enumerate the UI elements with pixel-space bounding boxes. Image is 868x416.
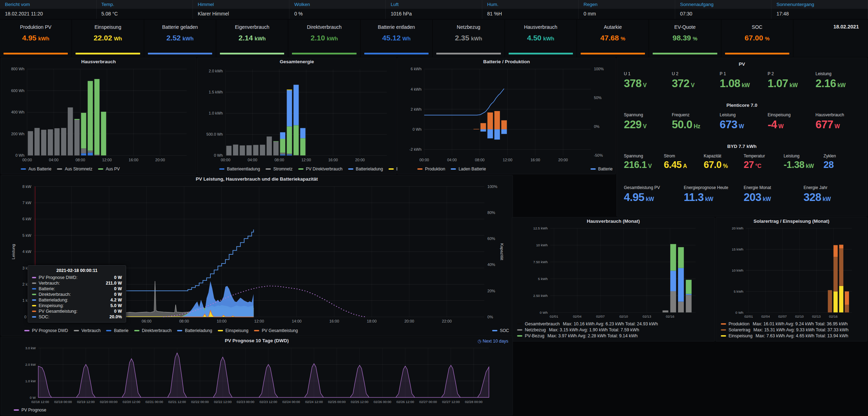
stat-value: 372V [672,77,719,90]
legend-item-netzbezug[interactable]: NetzbezugMax: 3.15 kWh Avg: 1.90 kWh Tot… [517,327,639,332]
weather-header-sonnenuntergang[interactable]: Sonnenuntergang [771,0,868,9]
legend-swatch [590,168,596,170]
tooltip-row-direktverbrauch: Direktverbrauch:0 W [32,292,122,297]
legend-item-pv-direktverbrauch[interactable]: PV Direktverbrauch [298,167,342,171]
tooltip-row-pv-gesamtleistung: PV Gesamtleistung:0 W [32,308,122,314]
pv-prognose-chart[interactable]: 02/18 12:0002/19 00:0002/19 12:0002/20 0… [1,345,513,407]
legend-item-batterie[interactable]: Batterie [590,167,613,171]
stat-value: 4.95kWh [22,34,50,42]
svg-text:02/21 00:00: 02/21 00:00 [145,400,163,404]
legend-item-aus-stromnetz[interactable]: Aus Stromnetz [57,167,92,171]
weather-header-luft[interactable]: Luft [386,0,482,9]
svg-text:0 Wh: 0 Wh [214,153,223,157]
stat-zyklen: Zyklen 28 [823,154,863,170]
legend-label: Batterieentladung [227,167,260,171]
panel-title-pv-leistung[interactable]: PV Leistung, Hausverbrauch und die Batte… [1,175,513,184]
weather-header-hum[interactable]: Hum. [482,0,579,9]
gesamtenergie-chart[interactable]: 00:0004:0008:0012:0016:0020:000 Wh500.0 … [197,66,396,165]
panel-title-gesamtenergie[interactable]: Gesamtenergie [197,58,396,66]
group-title-plenticore-7-0[interactable]: Plenticore 7.0 [617,103,867,108]
legend-item-batterieladung[interactable]: Batterieladung [177,328,212,333]
stat-sparkline [436,53,501,54]
legend-item-aus-batterie[interactable]: Aus Batterie [21,167,51,171]
legend-stats: Max: 10.16 kWh Avg: 6.23 kWh Total: 24.9… [563,321,658,326]
legend-label: Aus Stromnetz [65,167,92,171]
stat-kapazit-t: Kapazität 67.0% [704,154,744,170]
legend-item-pv-prognose-dwd[interactable]: PV Prognose DWD [24,328,68,333]
legend-item-gesamtverbrauch[interactable]: GesamtverbrauchMax: 10.16 kWh Avg: 6.23 … [517,321,658,326]
legend-item-batterieentladung[interactable]: Batterieentladung [219,167,260,171]
svg-text:100%: 100% [594,67,604,71]
svg-text:02/22 12:00: 02/22 12:00 [214,400,231,404]
legend-item-produktion[interactable]: Produktion [417,167,445,171]
stat-value: -1.38kW [784,160,824,170]
svg-text:8 kW: 8 kW [22,184,32,189]
stat-leistung: Leistung -1.38kW [784,154,824,170]
group-title-pv[interactable]: PV [617,61,867,67]
svg-text:20:00: 20:00 [404,319,414,323]
panel-title-batterie-produktion[interactable]: Batterie / Produktion [398,58,615,66]
weather-header-wolken[interactable]: Wolken [289,0,386,9]
batterie-produktion-chart[interactable]: 00:0004:0008:0012:0016:0020:00-2 kWh0 Wh… [398,66,615,165]
weather-header-temp[interactable]: Temp. [97,0,193,9]
grafana-solar-dashboard: { "weather": { "columns": [ {"label":"Be… [0,0,868,416]
legend-item-pv-prognose[interactable]: PV Prognose [14,408,46,412]
legend-item-batterieladung[interactable]: Batterieladung [348,167,383,171]
right-stats-panel: PV U 1 378V U 2 372V P 1 1.08kW P 2 1.07… [616,58,867,216]
legend-item-stromnetz[interactable]: Stromnetz [266,167,293,171]
legend-swatch [348,168,353,170]
legend-item-soc[interactable]: SOC [492,328,509,333]
stat-value: 28 [823,160,863,170]
panel-title-solarertrag-monat[interactable]: Solarertrag / Einspeisung (Monat) [716,217,867,226]
weather-header-sonnenaufgang[interactable]: Sonnenaufgang [675,0,772,9]
svg-text:3.0 kW: 3.0 kW [25,346,36,350]
stat-value: 11.3kW [684,191,744,204]
stat-label: Energie Monat [744,185,804,190]
next-10-days-link[interactable]: ◷Next 10 days [478,339,508,344]
stat-value: 67.00% [745,34,770,42]
legend-item-einspeisung[interactable]: EinspeisungMax: 7.63 kWh Avg: 4.65 kWh T… [721,333,848,338]
stat-label: Hausverbrauch [524,24,557,30]
legend-item-aus-pv[interactable]: Aus PV [98,167,120,171]
weather-header-himmel[interactable]: Himmel [193,0,289,9]
svg-text:02/01: 02/01 [550,314,558,318]
legend-label: PV Gesamtleistung [262,328,298,333]
group-title-byd-7-7-kwh[interactable]: BYD 7.7 kWh [617,144,867,149]
panel-title-pv-prognose[interactable]: PV Prognose 10 Tage (DWD) [1,337,513,345]
stat-leistung: Leistung 2.16kW [816,71,863,90]
stat-spannung: Spannung 216.1V [624,154,664,170]
legend-item-solarertrag[interactable]: SolarertragMax: 15.31 kWh Avg: 9.33 kWh … [721,327,848,332]
stat-label: Gesamtleistung PV [624,185,684,190]
stat-label: Produktion PV [20,24,52,30]
weather-header-regen[interactable]: Regen [579,0,675,9]
stat-hausverbrauch: Hausverbrauch 677W [816,112,863,131]
legend-item-pv-bezug[interactable]: PV-BezugMax: 3.97 kWh Avg: 2.28 kWh Tota… [517,333,638,338]
panel-title-hausverbrauch[interactable]: Hausverbrauch [1,58,196,66]
group-stats-totals: Gesamtleistung PV 4.95kW Energieprognose… [617,185,867,204]
legend-item-produktion[interactable]: ProduktionMax: 16.01 kWh Avg: 9.24 kWh T… [721,321,848,326]
weather-header-bericht-vom[interactable]: Bericht vom [0,0,97,9]
svg-text:Leistung: Leistung [11,244,15,259]
stat-value: 98.39% [672,34,697,42]
panel-title-hausverbrauch-monat[interactable]: Hausverbrauch (Monat) [512,217,714,226]
legend-item-pv-gesamtleistung[interactable]: PV Gesamtleistung [254,328,298,333]
legend-label: SOC [500,328,509,333]
hausverbrauch-monat-chart[interactable]: 02/0102/0402/0702/1002/1302/160 Wh2.50 k… [512,226,714,321]
hausverbrauch-legend: Aus Batterie Aus Stromnetz Aus PV [1,165,196,174]
svg-text:12:00: 12:00 [301,158,311,162]
legend-label: Netzbezug [525,327,546,332]
legend-item-einspeisung[interactable]: Einspeisung [218,328,248,333]
legend-label: PV Prognose DWD [32,328,68,333]
legend-item-verbrauch[interactable]: Verbrauch [74,328,101,333]
legend-item-laden-batterie[interactable]: Laden Batterie [451,167,486,171]
stat-label: Batterie entladen [378,24,415,30]
svg-text:04:00: 04:00 [248,158,257,162]
solarertrag-monat-chart[interactable]: 02/0102/0402/0702/1002/1302/160 Wh5 kWh1… [716,226,867,321]
stat-gesamtleistung-pv: Gesamtleistung PV 4.95kW [624,185,684,204]
svg-text:400 Wh: 400 Wh [11,110,25,114]
hausverbrauch-chart[interactable]: 00:0004:0008:0012:0016:0020:000 Wh200 Wh… [1,66,196,165]
legend-item-direktverbrauch[interactable]: Direktverbrauch [134,328,172,333]
svg-text:7.50 kWh: 7.50 kWh [533,260,548,264]
weather-value-himmel: Klarer Himmel [193,9,289,19]
legend-item-batterie[interactable]: Batterie [106,328,128,333]
